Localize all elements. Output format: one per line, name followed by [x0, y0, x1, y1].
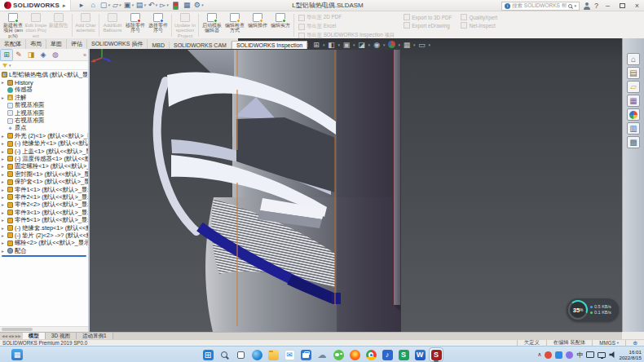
print-icon[interactable]: ▤▾ — [136, 1, 146, 10]
options-icon[interactable]: ⚙▾ — [194, 1, 204, 10]
view-settings-icon[interactable]: ▭ — [417, 40, 427, 49]
taskbar-app-docs-icon[interactable]: S — [397, 348, 410, 361]
login-icon[interactable] — [584, 2, 590, 10]
doc-tab-nav-arrow-0[interactable]: ◀◀ — [2, 334, 7, 338]
speed-monitor-overlay[interactable]: 35% 0.5 KB/s 0.1 KB/s — [567, 298, 619, 321]
tab-草图[interactable]: 草图 — [46, 39, 67, 49]
doc-tab-2[interactable]: 运动算例1 — [77, 333, 113, 339]
tab-solidworks-inspection[interactable]: SOLIDWORKS Inspection — [232, 41, 307, 49]
widgets-icon[interactable]: ▦ — [11, 349, 23, 360]
tree-root-item[interactable]: L型铝轴热电偶 (默认<默认_显示状态-1> — [0, 71, 88, 78]
tray-app2-icon[interactable] — [555, 351, 562, 359]
tree-item[interactable]: 传感器 — [0, 86, 88, 94]
taskbar-file-explorer-icon[interactable] — [267, 348, 280, 361]
tree-item[interactable]: 右视基准面 — [0, 117, 88, 124]
home-icon[interactable]: ⌂ — [89, 1, 98, 10]
expand-arrow-icon[interactable]: ▸ — [2, 218, 6, 223]
edit-appearance-icon[interactable] — [387, 40, 397, 49]
taskbar-app-blue-icon[interactable]: ♪ — [381, 348, 394, 361]
expand-arrow-icon[interactable]: ▸ — [2, 80, 6, 85]
tree-item[interactable]: ▸零件2<2> (默认<<默认>_显示状态 — [0, 201, 88, 209]
doc-tab-nav-arrow-1[interactable]: ◀ — [8, 334, 11, 338]
taskbar-mail-icon[interactable]: ✉ — [283, 348, 296, 361]
tree-item[interactable]: ▸密封圈<1> (默认<<默认>_显示状 — [0, 170, 88, 178]
view-orientation-icon[interactable]: ▣ — [342, 40, 351, 49]
panel-horizontal-scrollbar[interactable] — [0, 326, 88, 332]
flyout-arrow-icon[interactable]: ▸ — [77, 1, 86, 10]
dropdown-caret-icon[interactable]: ▾ — [338, 42, 341, 47]
scrollbar-thumb[interactable] — [2, 328, 33, 331]
dropdown-caret-icon[interactable]: ▾ — [201, 3, 204, 7]
tree-item[interactable]: ▸(-) 上盖<1> (默认<<默认>_显示状 — [0, 148, 88, 155]
expand-arrow-icon[interactable]: ▸ — [2, 241, 6, 245]
save-icon[interactable]: ▣▾ — [124, 1, 134, 10]
dropdown-caret-icon[interactable]: ▾ — [323, 42, 325, 47]
taskbar-clock[interactable]: 16:01 2022/8/15 — [619, 349, 642, 360]
tree-item[interactable]: 上视基准面 — [0, 109, 88, 117]
tree-item[interactable]: ▸A注解 — [0, 94, 88, 101]
units-selector[interactable]: MMGS▾ — [592, 340, 625, 346]
expand-arrow-icon[interactable]: ▸ — [2, 179, 6, 184]
new-inspection-project-button[interactable]: 新建检查项目 (amp;N) — [2, 12, 24, 38]
tree-item[interactable]: ▸外壳 (2)<1> (默认<<默认>_显示状 — [0, 132, 88, 139]
ime-indicator[interactable]: 中 — [576, 351, 583, 360]
expand-arrow-icon[interactable]: ▸ — [2, 202, 6, 207]
tree-item[interactable]: ▸(-) 绝缘套.step<1> (默认<<默认> — [0, 224, 88, 232]
select-balloons-button[interactable]: 选择零件序号 — [147, 12, 170, 38]
doc-tab-nav-arrow-2[interactable]: ▶ — [11, 334, 14, 338]
taskbar-chrome-icon[interactable] — [364, 348, 377, 361]
expand-arrow-icon[interactable]: ▸ — [2, 141, 6, 146]
doc-tab-nav-arrow-3[interactable]: ▶▶ — [15, 334, 21, 338]
taskbar-browser-icon[interactable] — [348, 348, 361, 361]
dropdown-caret-icon[interactable]: ▾ — [368, 42, 371, 47]
forum-tab[interactable]: ▩ — [627, 136, 640, 148]
dropdown-caret-icon[interactable]: ▾ — [131, 3, 134, 7]
search-caret-icon[interactable]: ▾ — [574, 3, 576, 8]
open-icon[interactable]: ▱▾ — [112, 1, 121, 10]
custom-properties-tab[interactable]: ▥ — [627, 122, 640, 135]
hide-show-items-icon[interactable]: ◉ — [372, 40, 382, 49]
design-library-tab[interactable]: ▤ — [627, 67, 640, 79]
tree-item[interactable]: ⌖原点 — [0, 125, 88, 132]
display-manager-tab[interactable]: ◍ — [50, 50, 61, 60]
expand-arrow-icon[interactable]: ▸ — [2, 195, 6, 200]
remove-balloons-button[interactable]: 移除零件序号 — [124, 12, 147, 38]
volume-icon[interactable] — [609, 351, 615, 358]
file-properties-icon[interactable]: ▦ — [183, 1, 192, 10]
dropdown-caret-icon[interactable]: ▾ — [119, 3, 121, 7]
select-icon[interactable]: ▻▾ — [160, 1, 169, 10]
graphics-area[interactable]: ⊡⊞▾◧▾▣▾◪▾◉▾▾▦▾▭▾ 35% 0.5 KB/s 0.1 KB/s — [90, 38, 622, 332]
tree-item[interactable]: ▸History — [0, 78, 88, 86]
dropdown-caret-icon[interactable]: ▾ — [413, 42, 416, 47]
help-button[interactable]: ? — [594, 2, 598, 10]
rebuild-icon[interactable] — [171, 1, 180, 10]
doc-tab-1[interactable]: 3D 视图 — [46, 333, 77, 339]
taskbar-solidworks-icon[interactable]: S — [430, 348, 443, 361]
property-manager-tab[interactable]: ✎ — [13, 50, 24, 60]
minimize-button[interactable]: – — [602, 2, 613, 11]
tree-item[interactable]: ▸保护套<1> (默认<<默认>_显示状 — [0, 178, 88, 185]
tray-app1-icon[interactable] — [545, 351, 552, 359]
rollback-bar[interactable] — [2, 255, 86, 257]
tree-item[interactable]: ▸零件2<1> (默认<<默认>_显示状态 — [0, 193, 88, 201]
taskbar-onedrive-icon[interactable]: ☁ — [315, 348, 329, 361]
touch-keyboard-icon[interactable] — [586, 351, 594, 358]
tab-布局[interactable]: 布局 — [26, 39, 46, 49]
expand-arrow-icon[interactable]: ▸ — [2, 233, 6, 238]
feature-manager-tab[interactable]: ⊞ — [1, 50, 12, 60]
help-search-input[interactable]: i 搜索 SOLIDWORKS 帮助 ▾ — [501, 2, 580, 11]
expand-arrow-icon[interactable]: ▸ — [2, 249, 6, 254]
expand-arrow-icon[interactable]: ▸ — [2, 95, 6, 100]
tab-评估[interactable]: 评估 — [67, 39, 87, 49]
dropdown-caret-icon[interactable]: ▾ — [108, 3, 110, 7]
expand-arrow-icon[interactable]: ▸ — [2, 164, 6, 169]
section-view-icon[interactable]: ◧ — [327, 40, 337, 49]
dropdown-caret-icon[interactable]: ▾ — [429, 42, 431, 47]
tree-item[interactable]: ▸(-) 绝缘垫片<1> (默认<<默认>_显 — [0, 140, 88, 148]
taskbar-store-icon[interactable] — [299, 348, 312, 361]
panel-tabs-overflow-icon[interactable]: » — [83, 52, 88, 58]
tray-chevron-icon[interactable]: ∧ — [537, 351, 541, 358]
tree-item[interactable]: ▸(-) 垫片 (2)<2> ->? (默认<<默认 — [0, 232, 88, 239]
dropdown-caret-icon[interactable]: ▾ — [353, 42, 355, 47]
expand-arrow-icon[interactable]: ▸ — [2, 226, 6, 231]
